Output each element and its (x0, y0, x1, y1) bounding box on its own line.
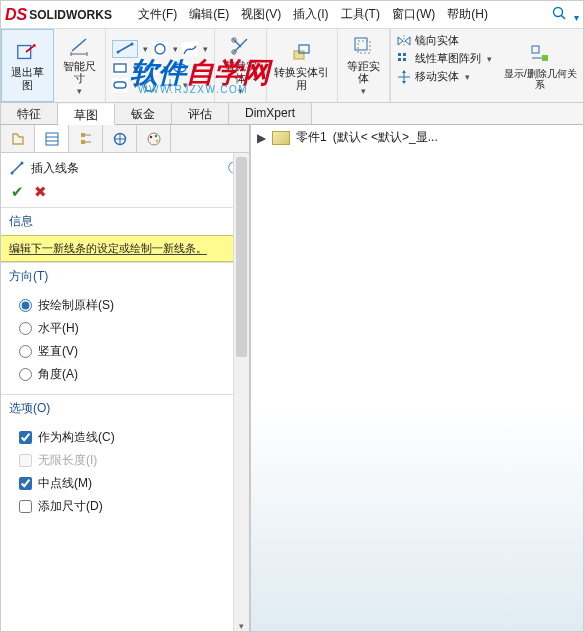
panel-scrollbar[interactable]: ▴ ▾ (233, 153, 249, 631)
options-section: 选项(O)˄ 作为构造线(C) 无限长度(I) 中点线(M) 添加尺寸(D) (1, 394, 249, 526)
svg-point-43 (149, 135, 151, 137)
part-name[interactable]: 零件1 (296, 129, 327, 146)
smart-dimension-button[interactable]: 智能尺寸▾ (54, 29, 106, 102)
pattern-group: 镜向实体 线性草图阵列▾ 移动实体▾ (390, 29, 498, 102)
tab-features[interactable]: 特征 (1, 103, 58, 124)
exit-sketch-button[interactable]: 退出草图 (1, 29, 54, 102)
cancel-button[interactable]: ✖ (34, 183, 47, 201)
svg-marker-22 (405, 37, 410, 45)
trim-button[interactable]: 剪裁实体▾ (215, 29, 267, 102)
option-construction[interactable]: 作为构造线(C) (11, 426, 239, 449)
menu-tools[interactable]: 工具(T) (341, 6, 380, 23)
info-text: 编辑下一新线条的设定或绘制一新线条。 (1, 235, 249, 262)
menu-file[interactable]: 文件(F) (138, 6, 177, 23)
menu-insert[interactable]: 插入(I) (293, 6, 328, 23)
svg-rect-31 (542, 55, 548, 61)
breadcrumb[interactable]: ▶ 零件1 (默认< <默认>_显... (257, 129, 438, 146)
linear-pattern-button[interactable]: 线性草图阵列▾ (397, 51, 492, 66)
info-header[interactable]: 信息˄ (1, 208, 249, 235)
arc-tool-icon[interactable] (142, 61, 158, 75)
tab-evaluate[interactable]: 评估 (172, 103, 229, 124)
line-icon (9, 160, 25, 176)
direction-option-horizontal[interactable]: 水平(H) (11, 317, 239, 340)
svg-rect-32 (46, 133, 58, 145)
feature-tree-tab[interactable] (1, 125, 35, 152)
svg-point-5 (116, 50, 119, 53)
svg-rect-20 (358, 41, 370, 53)
command-tabs: 特征 草图 钣金 评估 DimXpert (1, 103, 583, 125)
property-manager: 插入线条 ⓘ ✔ ✖ 信息˄ 编辑下一新线条的设定或绘制一新线条。 方向(T)˄… (1, 125, 251, 631)
line-tool-icon[interactable] (112, 40, 138, 58)
slot-tool-icon[interactable] (112, 78, 128, 92)
menu-edit[interactable]: 编辑(E) (189, 6, 229, 23)
svg-point-42 (148, 133, 160, 145)
tab-sheetmetal[interactable]: 钣金 (115, 103, 172, 124)
offset-label: 等距实体▾ (344, 60, 383, 97)
search-icon[interactable]: ▾ (551, 5, 579, 24)
svg-point-47 (11, 172, 14, 175)
direction-header[interactable]: 方向(T)˄ (1, 263, 249, 290)
rect-tool-icon[interactable] (112, 61, 128, 75)
mirror-button[interactable]: 镜向实体 (397, 33, 492, 48)
svg-rect-10 (114, 82, 126, 88)
appearance-tab[interactable] (137, 125, 171, 152)
option-add-dim[interactable]: 添加尺寸(D) (11, 495, 239, 518)
menu-window[interactable]: 窗口(W) (392, 6, 435, 23)
menu-view[interactable]: 视图(V) (241, 6, 281, 23)
svg-line-46 (12, 163, 22, 173)
brand-text: SOLIDWORKS (29, 8, 112, 22)
svg-point-7 (155, 44, 165, 54)
polygon-tool-icon[interactable] (142, 78, 158, 92)
tab-dimxpert[interactable]: DimXpert (229, 103, 312, 124)
svg-line-1 (562, 16, 566, 20)
trim-label: 剪裁实体▾ (221, 60, 260, 97)
svg-rect-24 (403, 53, 406, 56)
confirm-row: ✔ ✖ (1, 181, 249, 207)
relations-icon (528, 42, 552, 66)
config-tab[interactable] (69, 125, 103, 152)
options-header[interactable]: 选项(O)˄ (1, 395, 249, 422)
svg-marker-27 (402, 70, 406, 73)
option-midpoint[interactable]: 中点线(M) (11, 472, 239, 495)
info-section: 信息˄ 编辑下一新线条的设定或绘制一新线条。 (1, 207, 249, 262)
titlebar: DS SOLIDWORKS 文件(F) 编辑(E) 视图(V) 插入(I) 工具… (1, 1, 583, 29)
panel-header: 插入线条 ⓘ (1, 153, 249, 181)
point-tool-icon[interactable] (162, 78, 178, 92)
move-button[interactable]: 移动实体▾ (397, 69, 492, 84)
display-relations-button[interactable]: 显示/删除几何关系 (498, 29, 583, 102)
svg-marker-28 (402, 81, 406, 84)
convert-label: 转换实体引用 (273, 66, 331, 90)
sketch-tools-grid: ▾ ▾ ▾ ▾ ▾ ▾ ▾ ▾ (106, 29, 215, 102)
scroll-thumb[interactable] (236, 157, 247, 357)
logo-glyph: DS (5, 6, 27, 24)
svg-rect-19 (355, 38, 367, 50)
property-manager-tab[interactable] (35, 125, 69, 152)
property-tabs (1, 125, 249, 153)
offset-icon (351, 34, 375, 58)
spline-tool-icon[interactable] (182, 42, 198, 56)
expand-icon[interactable]: ▶ (257, 131, 266, 145)
svg-line-4 (118, 44, 132, 52)
graphics-area[interactable]: ▶ 零件1 (默认< <默认>_显... (251, 125, 583, 631)
direction-option-as-sketched[interactable]: 按绘制原样(S) (11, 294, 239, 317)
dimxpert-tab[interactable] (103, 125, 137, 152)
direction-option-vertical[interactable]: 竖直(V) (11, 340, 239, 363)
option-infinite: 无限长度(I) (11, 449, 239, 472)
menu-help[interactable]: 帮助(H) (447, 6, 488, 23)
svg-point-44 (154, 134, 156, 136)
smart-dim-label: 智能尺寸▾ (60, 60, 99, 97)
tab-sketch[interactable]: 草图 (58, 104, 115, 125)
circle-tool-icon[interactable] (152, 42, 168, 56)
part-icon (272, 131, 290, 145)
svg-rect-8 (114, 64, 126, 72)
svg-point-48 (21, 162, 24, 165)
direction-section: 方向(T)˄ 按绘制原样(S) 水平(H) 竖直(V) 角度(A) (1, 262, 249, 394)
convert-button[interactable]: 转换实体引用 (267, 29, 338, 102)
offset-button[interactable]: 等距实体▾ (338, 29, 390, 102)
direction-option-angle[interactable]: 角度(A) (11, 363, 239, 386)
svg-marker-21 (398, 37, 403, 45)
trim-icon (228, 34, 252, 58)
svg-rect-26 (403, 58, 406, 61)
ellipse-tool-icon[interactable] (172, 61, 188, 75)
ok-button[interactable]: ✔ (11, 183, 24, 201)
